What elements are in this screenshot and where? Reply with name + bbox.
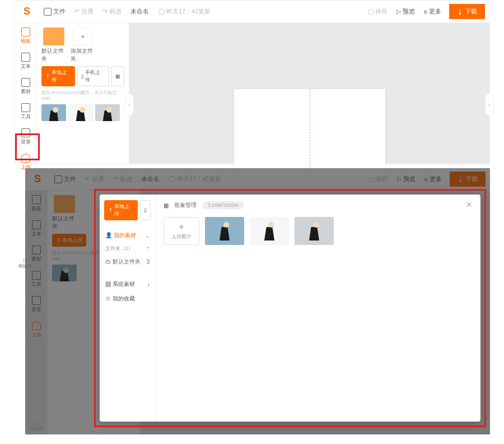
phone-upload-button[interactable]: ▯ 手机上传	[77, 66, 109, 86]
nav-material[interactable]: 素材	[15, 77, 36, 96]
highlight-modal	[94, 189, 486, 427]
shortcut-label[interactable]: ▢快捷键	[17, 258, 34, 269]
asset-thumb[interactable]	[68, 104, 93, 121]
upload-panel: 默认文件夹 +添加文件夹 ⭱ 本地上传 ▯ 手机上传 ▦ 支持JPG/PNG/S…	[37, 23, 129, 164]
local-upload-button[interactable]: ⭱ 本地上传	[41, 66, 75, 86]
topbar: S 文件 ↶ 后退 ↷ 前进 未命名 ◯ 昨天17：42更新 ▢ 保存 ▷ 预览…	[15, 1, 489, 23]
preview-button[interactable]: ▷ 预览	[392, 5, 419, 18]
collapse-right[interactable]: ›	[485, 94, 494, 116]
undo-button[interactable]: ↶ 后退	[70, 5, 98, 18]
app-logo[interactable]: S	[19, 4, 35, 20]
template-icon	[21, 27, 30, 36]
menu-file[interactable]: 文件	[39, 5, 70, 18]
folder-add[interactable]: +添加文件夹	[71, 27, 95, 63]
folder-default[interactable]: 默认文件夹	[41, 27, 66, 63]
autosave-toggle[interactable]: ◯ 昨天17：42更新	[153, 5, 215, 18]
highlight-upload-nav	[15, 133, 40, 160]
upload-hint: 支持JPG/PNG/SVG图片，大小不超过20M	[41, 90, 124, 101]
download-button[interactable]: ⭳ 下载	[449, 4, 485, 19]
save-button[interactable]: ▢ 保存	[363, 5, 392, 18]
canvas[interactable]: ‹ ›	[129, 23, 489, 164]
redo-button[interactable]: ↷ 前进	[98, 5, 126, 18]
doc-title[interactable]: 未命名	[126, 5, 153, 18]
text-icon	[21, 53, 30, 62]
editor-window-top: S 文件 ↶ 后退 ↷ 前进 未命名 ◯ 昨天17：42更新 ▢ 保存 ▷ 预览…	[14, 0, 490, 164]
shortcut-label[interactable]: ▢快捷键	[28, 420, 45, 432]
grid-view-button[interactable]: ▦	[111, 66, 124, 86]
plus-icon: +	[72, 27, 94, 45]
nav-template[interactable]: 模板	[15, 26, 36, 46]
file-icon	[44, 8, 52, 16]
nav-text[interactable]: 文本	[15, 52, 36, 71]
nav-tool[interactable]: 工具	[15, 102, 36, 122]
asset-thumb[interactable]	[41, 104, 66, 121]
folder-icon	[43, 27, 64, 45]
collapse-left[interactable]: ‹	[125, 94, 134, 116]
asset-thumb[interactable]	[95, 104, 120, 121]
tool-icon	[21, 103, 30, 112]
more-button[interactable]: ≡ 更多	[419, 5, 446, 18]
material-icon	[21, 78, 30, 87]
